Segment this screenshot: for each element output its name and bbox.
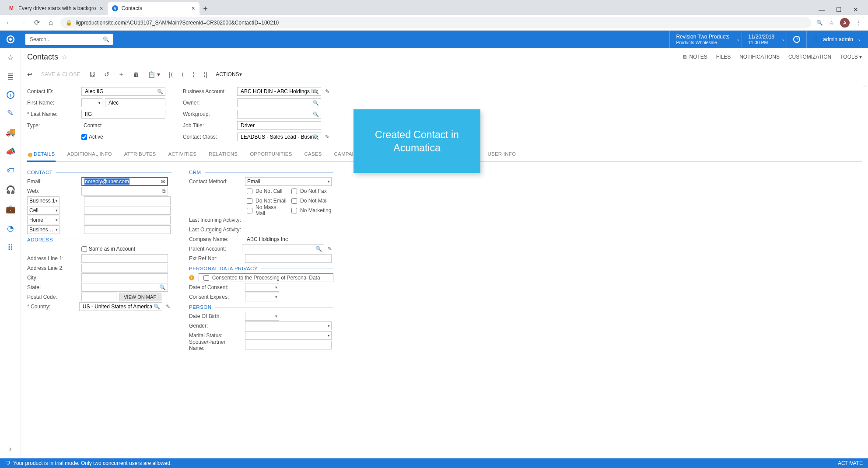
phone-3-field[interactable] [84, 216, 171, 224]
nav-forward-button[interactable]: → [18, 19, 27, 27]
business-account-field[interactable]: 🔍 [237, 87, 321, 96]
do-not-fax-checkbox[interactable]: Do Not Fax [290, 187, 327, 196]
edit-icon[interactable]: ✎ [5, 108, 16, 118]
customization-button[interactable]: CUSTOMIZATION [788, 54, 831, 60]
view-on-map-button[interactable]: VIEW ON MAP [119, 293, 161, 301]
app-search[interactable]: 🔍 [25, 34, 113, 45]
consent-checkbox[interactable]: Consented to the Processing of Personal … [199, 273, 333, 282]
window-minimize-button[interactable]: — [817, 4, 826, 15]
support-icon[interactable]: 🎧 [5, 185, 16, 195]
contact-method-field[interactable]: Email▾ [245, 177, 332, 186]
favorites-icon[interactable]: ☆ [5, 52, 16, 63]
do-not-mail-checkbox[interactable]: Do Not Mail [290, 197, 328, 205]
shipping-icon[interactable]: 🚚 [5, 127, 16, 137]
first-name-field[interactable] [105, 98, 165, 107]
activate-button[interactable]: ACTIVATE [838, 460, 863, 466]
addr2-field[interactable] [81, 264, 168, 272]
tag-icon[interactable]: 🏷 [5, 165, 16, 176]
city-field[interactable] [81, 273, 168, 282]
lookup-icon[interactable]: 🔍 [313, 89, 319, 94]
dob-field[interactable]: ▾ [245, 312, 279, 321]
browser-tab-contacts[interactable]: a Contacts × [108, 2, 200, 15]
files-button[interactable]: FILES [716, 54, 731, 60]
email-field[interactable]: noreply@uber.com✉ [81, 177, 168, 186]
close-icon[interactable]: × [99, 5, 103, 12]
same-as-account-checkbox[interactable]: Same as in Account [81, 246, 135, 252]
nav-last-button[interactable]: ⟩| [203, 71, 207, 78]
expand-rail-button[interactable]: › [5, 444, 16, 454]
search-input[interactable] [29, 36, 103, 43]
save-button[interactable]: 🖫 [89, 71, 95, 78]
do-not-call-checkbox[interactable]: Do Not Call [245, 187, 287, 196]
nav-home-button[interactable]: ⌂ [46, 19, 55, 27]
phone-1-field[interactable] [84, 196, 171, 205]
phone-type-2[interactable]: Cell▾ [27, 206, 60, 215]
mail-icon[interactable]: ✉ [161, 178, 165, 185]
lookup-icon[interactable]: 🔍 [159, 284, 166, 290]
edit-icon[interactable]: ✎ [165, 304, 172, 310]
spouse-field[interactable] [245, 341, 332, 349]
zoom-icon[interactable]: 🔍 [816, 20, 823, 26]
edit-icon[interactable]: ✎ [324, 88, 331, 94]
tab-additional-info[interactable]: ADDITIONAL INFO [66, 148, 112, 161]
data-views-icon[interactable]: ≣ [5, 72, 16, 82]
no-marketing-checkbox[interactable]: No Marketing [290, 206, 331, 215]
new-tab-button[interactable]: + [200, 3, 212, 15]
notes-button[interactable]: 🗎 NOTES [682, 54, 707, 60]
business-date-selector[interactable]: 11/20/2019 11:00 PM ⌄ [742, 31, 787, 48]
country-field[interactable]: 🔍 [79, 302, 162, 311]
window-close-button[interactable]: ✕ [851, 4, 860, 15]
contact-id-field[interactable]: 🔍 [81, 87, 165, 96]
gender-field[interactable]: ▾ [245, 321, 332, 330]
lookup-icon[interactable]: 🔍 [315, 246, 322, 252]
nav-back-button[interactable]: ← [4, 19, 13, 27]
consent-expires-field[interactable]: ▾ [245, 293, 279, 301]
workgroup-field[interactable]: 🔍 [237, 110, 321, 119]
web-field[interactable]: ⧉ [81, 187, 168, 196]
tab-user-info[interactable]: USER INFO [487, 148, 517, 161]
phone-type-4[interactable]: Business Fax▾ [27, 225, 60, 234]
edit-icon[interactable]: ✎ [327, 246, 333, 252]
postal-field[interactable] [81, 293, 116, 301]
delete-button[interactable]: 🗑 [133, 71, 139, 78]
phone-2-field[interactable] [84, 206, 171, 215]
tab-details[interactable]: !DETAILS [27, 148, 56, 162]
lookup-icon[interactable]: 🔍 [157, 89, 163, 94]
browser-tab-gmail[interactable]: M Every driver starts with a backgro × [4, 2, 108, 15]
lookup-icon[interactable]: 🔍 [313, 134, 319, 140]
user-menu[interactable]: 👤 admin admin ⌄ [806, 31, 863, 48]
scroll-up-icon[interactable]: ⌃ [863, 85, 866, 90]
tools-button[interactable]: TOOLS ▾ [840, 54, 862, 60]
job-title-field[interactable] [237, 121, 321, 130]
apps-icon[interactable]: ⠿ [5, 242, 16, 253]
active-checkbox[interactable]: Active [81, 134, 103, 140]
add-new-button[interactable]: ＋ [118, 70, 124, 78]
save-close-button[interactable]: SAVE & CLOSE [41, 71, 80, 77]
state-field[interactable]: 🔍 [81, 283, 168, 292]
close-icon[interactable]: × [191, 5, 195, 12]
projects-icon[interactable]: 💼 [5, 204, 16, 214]
clipboard-button[interactable]: 📋 ▾ [148, 71, 160, 78]
owner-field[interactable]: 🔍 [237, 98, 321, 107]
actions-dropdown[interactable]: ACTIONS ▾ [216, 71, 242, 77]
no-mass-mail-checkbox[interactable]: No Mass Mail [245, 204, 287, 217]
tab-activities[interactable]: ACTIVITIES [167, 148, 197, 161]
cancel-button[interactable]: ↩ [27, 71, 32, 78]
favorite-toggle[interactable]: ☆ [62, 53, 67, 60]
addr1-field[interactable] [81, 254, 168, 263]
do-not-email-checkbox[interactable]: Do Not Email [245, 197, 287, 205]
contact-class-field[interactable]: 🔍 [237, 133, 321, 141]
tab-cases[interactable]: CASES [304, 148, 323, 161]
date-consent-field[interactable]: ▾ [245, 283, 279, 292]
address-bar[interactable]: 🔒 iigproductionsite.com/ACU19107_SAM/Mai… [60, 17, 811, 28]
last-name-field[interactable] [81, 110, 165, 119]
tab-attributes[interactable]: ATTRIBUTES [123, 148, 157, 161]
add-icon[interactable]: + [7, 91, 14, 99]
tab-opportunities[interactable]: OPPORTUNITIES [249, 148, 293, 161]
undo-button[interactable]: ↺ [104, 71, 109, 78]
help-button[interactable]: ? [787, 31, 806, 48]
dashboard-icon[interactable]: ◔ [5, 223, 16, 234]
edit-icon[interactable]: ✎ [324, 134, 331, 140]
tab-relations[interactable]: RELATIONS [208, 148, 238, 161]
parent-account-field[interactable]: 🔍 [242, 244, 324, 253]
